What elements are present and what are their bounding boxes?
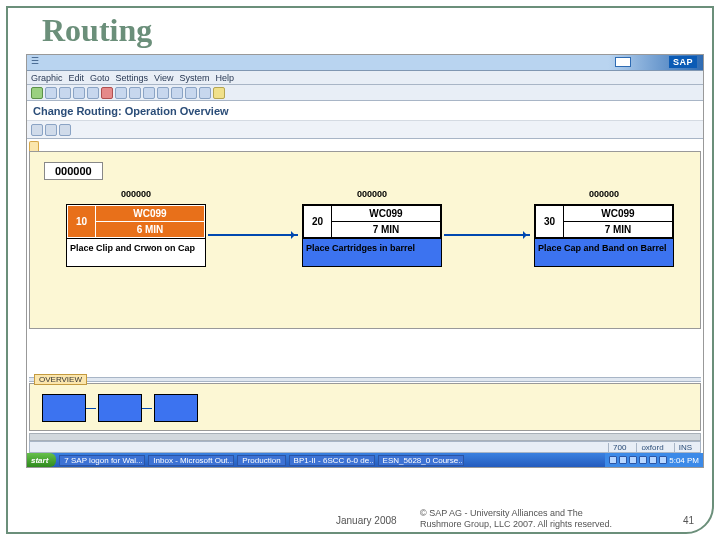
app-tool-icon[interactable] <box>31 124 43 136</box>
arrow-icon <box>208 234 298 236</box>
op-number: 30 <box>536 206 564 238</box>
system-tray[interactable]: 5:04 PM <box>605 453 703 467</box>
tray-icon[interactable] <box>639 456 647 464</box>
transaction-title: Change Routing: Operation Overview <box>27 101 703 121</box>
op-number: 20 <box>304 206 332 238</box>
overview-label: OVERVIEW <box>34 374 87 385</box>
footer-date: January 2008 <box>336 515 397 526</box>
save-icon[interactable] <box>59 87 71 99</box>
next-icon[interactable] <box>171 87 183 99</box>
op-description: Place Cartridges in barrel <box>303 238 441 266</box>
overview-pane[interactable]: OVERVIEW <box>29 383 701 431</box>
first-icon[interactable] <box>143 87 155 99</box>
taskbar-item[interactable]: Production <box>237 455 285 466</box>
cancel-icon[interactable] <box>101 87 113 99</box>
op-description: Place Cap and Band on Barrel <box>535 238 673 266</box>
routing-diagram[interactable]: 000000 000000 10 WC099 6 MIN Place Clip … <box>29 151 701 329</box>
start-button[interactable]: start <box>27 453 56 467</box>
app-tool-icon[interactable] <box>45 124 57 136</box>
op-time: 7 MIN <box>564 222 673 238</box>
sap-window-header: ☰ SAP <box>27 55 703 71</box>
op-top-id: 000000 <box>121 189 151 199</box>
overview-thumb[interactable] <box>154 394 198 422</box>
windows-taskbar[interactable]: start 7 SAP logon for Wal... Inbox - Mic… <box>27 453 703 467</box>
footer-strip <box>29 433 701 441</box>
op-time: 7 MIN <box>332 222 441 238</box>
taskbar-item[interactable]: 7 SAP logon for Wal... <box>59 455 145 466</box>
status-ins: INS <box>674 443 696 452</box>
help-icon[interactable] <box>213 87 225 99</box>
tool-icon[interactable] <box>45 87 57 99</box>
tray-icon[interactable] <box>609 456 617 464</box>
op-time: 6 MIN <box>96 222 205 238</box>
tray-icon[interactable] <box>619 456 627 464</box>
menu-item-system[interactable]: System <box>179 73 209 83</box>
op-workcenter: WC099 <box>564 206 673 222</box>
footer-copyright: © SAP AG - University Alliances and The … <box>420 508 620 531</box>
overview-thumb[interactable] <box>42 394 86 422</box>
last-icon[interactable] <box>185 87 197 99</box>
menu-item-help[interactable]: Help <box>215 73 234 83</box>
slide-title: Routing <box>42 12 152 49</box>
taskbar-item[interactable]: BP1-II - 6SCC 6-0 de... <box>289 455 375 466</box>
back-icon[interactable] <box>73 87 85 99</box>
menu-item-edit[interactable]: Edit <box>69 73 85 83</box>
print-icon[interactable] <box>115 87 127 99</box>
menu-item-graphic[interactable]: Graphic <box>31 73 63 83</box>
tray-icon[interactable] <box>659 456 667 464</box>
overview-thumb[interactable] <box>98 394 142 422</box>
op-number: 10 <box>68 206 96 238</box>
tab-strip <box>27 141 703 151</box>
page-number: 41 <box>683 515 694 526</box>
op-top-id: 000000 <box>589 189 619 199</box>
status-server: 700 <box>608 443 630 452</box>
clock: 5:04 PM <box>669 456 699 465</box>
tray-icon[interactable] <box>629 456 637 464</box>
menu-bar[interactable]: Graphic Edit Goto Settings View System H… <box>27 71 703 85</box>
operation-10[interactable]: 000000 10 WC099 6 MIN Place Clip and Crw… <box>66 204 206 267</box>
sap-screenshot: ☰ SAP Graphic Edit Goto Settings View Sy… <box>26 54 704 468</box>
menu-item-settings[interactable]: Settings <box>116 73 149 83</box>
sap-logo: SAP <box>669 56 697 68</box>
new-session-icon[interactable] <box>199 87 211 99</box>
taskbar-item[interactable]: ESN_5628_0 Course... <box>378 455 464 466</box>
arrow-icon <box>86 408 96 409</box>
sap-status-bar: 700 oxford INS <box>29 441 701 453</box>
op-top-id: 000000 <box>357 189 387 199</box>
window-title-text: ☰ <box>31 56 39 66</box>
tab-handle[interactable] <box>29 141 39 151</box>
operation-20[interactable]: 000000 20 WC099 7 MIN Place Cartridges i… <box>302 204 442 267</box>
operation-30[interactable]: 000000 30 WC099 7 MIN Place Cap and Band… <box>534 204 674 267</box>
header-widget[interactable] <box>615 57 631 67</box>
op-description: Place Clip and Crwon on Cap <box>67 238 205 266</box>
app-toolbar <box>27 121 703 139</box>
diagram-root-id: 000000 <box>44 162 103 180</box>
separator <box>29 377 701 382</box>
arrow-icon <box>444 234 530 236</box>
menu-item-goto[interactable]: Goto <box>90 73 110 83</box>
main-toolbar <box>27 85 703 101</box>
menu-item-view[interactable]: View <box>154 73 173 83</box>
taskbar-item[interactable]: Inbox - Microsoft Out... <box>148 455 234 466</box>
check-icon[interactable] <box>31 87 43 99</box>
arrow-icon <box>142 408 152 409</box>
op-workcenter: WC099 <box>96 206 205 222</box>
app-tool-icon[interactable] <box>59 124 71 136</box>
prev-icon[interactable] <box>157 87 169 99</box>
status-client: oxford <box>636 443 667 452</box>
slide-footer: January 2008 © SAP AG - University Allia… <box>0 478 720 530</box>
op-workcenter: WC099 <box>332 206 441 222</box>
find-icon[interactable] <box>129 87 141 99</box>
tray-icon[interactable] <box>649 456 657 464</box>
exit-icon[interactable] <box>87 87 99 99</box>
